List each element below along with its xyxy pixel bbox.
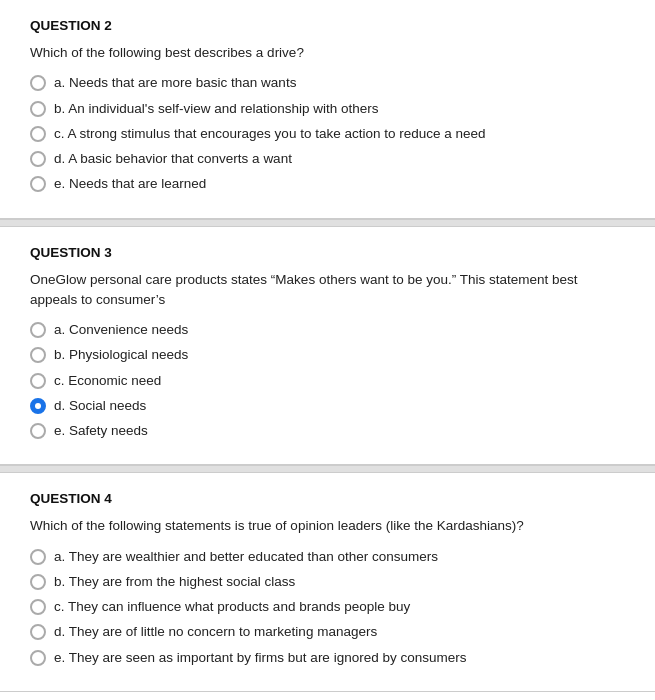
radio-q2d[interactable] [30,151,46,167]
radio-q4c[interactable] [30,599,46,615]
question-text-q4: Which of the following statements is tru… [30,516,625,536]
option-list-q2: a. Needs that are more basic than wantsb… [30,73,625,194]
option-item-q2d[interactable]: d. A basic behavior that converts a want [30,149,625,169]
option-label-q4a: a. They are wealthier and better educate… [54,547,438,567]
question-block-q2: QUESTION 2Which of the following best de… [0,0,655,219]
radio-q2b[interactable] [30,101,46,117]
radio-q3c[interactable] [30,373,46,389]
radio-q3d[interactable] [30,398,46,414]
option-item-q4a[interactable]: a. They are wealthier and better educate… [30,547,625,567]
radio-q3b[interactable] [30,347,46,363]
option-item-q4c[interactable]: c. They can influence what products and … [30,597,625,617]
option-item-q4d[interactable]: d. They are of little no concern to mark… [30,622,625,642]
option-item-q4e[interactable]: e. They are seen as important by firms b… [30,648,625,668]
option-item-q2a[interactable]: a. Needs that are more basic than wants [30,73,625,93]
option-list-q4: a. They are wealthier and better educate… [30,547,625,668]
option-item-q3a[interactable]: a. Convenience needs [30,320,625,340]
option-label-q2c: c. A strong stimulus that encourages you… [54,124,486,144]
question-label-q2: QUESTION 2 [30,18,625,33]
question-label-q4: QUESTION 4 [30,491,625,506]
question-label-q3: QUESTION 3 [30,245,625,260]
option-label-q3c: c. Economic need [54,371,161,391]
page: QUESTION 2Which of the following best de… [0,0,655,700]
option-item-q2b[interactable]: b. An individual's self-view and relatio… [30,99,625,119]
radio-q2c[interactable] [30,126,46,142]
option-label-q2d: d. A basic behavior that converts a want [54,149,292,169]
option-list-q3: a. Convenience needsb. Physiological nee… [30,320,625,441]
radio-q4e[interactable] [30,650,46,666]
radio-q3a[interactable] [30,322,46,338]
option-item-q3b[interactable]: b. Physiological needs [30,345,625,365]
option-label-q2b: b. An individual's self-view and relatio… [54,99,379,119]
option-label-q4d: d. They are of little no concern to mark… [54,622,377,642]
option-label-q4e: e. They are seen as important by firms b… [54,648,466,668]
question-block-q3: QUESTION 3OneGlow personal care products… [0,227,655,466]
option-item-q3e[interactable]: e. Safety needs [30,421,625,441]
option-label-q2e: e. Needs that are learned [54,174,206,194]
radio-q4b[interactable] [30,574,46,590]
option-label-q2a: a. Needs that are more basic than wants [54,73,296,93]
option-item-q3c[interactable]: c. Economic need [30,371,625,391]
option-item-q2c[interactable]: c. A strong stimulus that encourages you… [30,124,625,144]
question-separator [0,465,655,473]
option-label-q3b: b. Physiological needs [54,345,188,365]
question-text-q2: Which of the following best describes a … [30,43,625,63]
option-item-q3d[interactable]: d. Social needs [30,396,625,416]
option-label-q4c: c. They can influence what products and … [54,597,410,617]
radio-q2a[interactable] [30,75,46,91]
option-label-q3d: d. Social needs [54,396,146,416]
question-text-q3: OneGlow personal care products states “M… [30,270,625,311]
question-block-q4: QUESTION 4Which of the following stateme… [0,473,655,692]
radio-q3e[interactable] [30,423,46,439]
radio-q4d[interactable] [30,624,46,640]
option-label-q3e: e. Safety needs [54,421,148,441]
option-label-q4b: b. They are from the highest social clas… [54,572,295,592]
option-item-q2e[interactable]: e. Needs that are learned [30,174,625,194]
radio-q4a[interactable] [30,549,46,565]
radio-q2e[interactable] [30,176,46,192]
question-separator [0,219,655,227]
option-label-q3a: a. Convenience needs [54,320,188,340]
option-item-q4b[interactable]: b. They are from the highest social clas… [30,572,625,592]
